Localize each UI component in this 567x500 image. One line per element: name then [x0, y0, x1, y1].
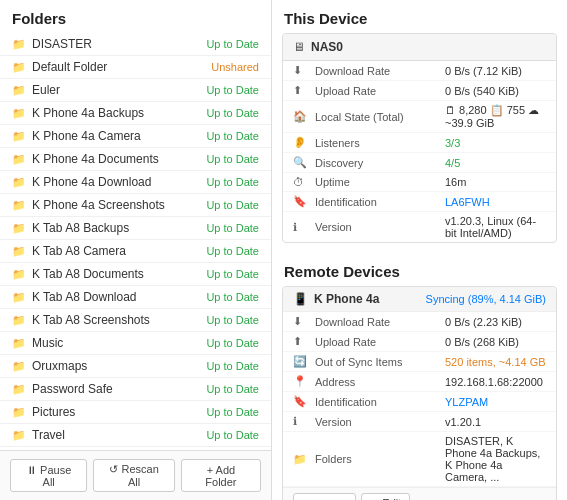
folder-status: Up to Date [206, 130, 259, 142]
row-label: Listeners [315, 137, 445, 149]
folder-name: Oruxmaps [32, 359, 206, 373]
folder-item[interactable]: 📁 Euler Up to Date [0, 79, 271, 102]
folders-title: Folders [0, 0, 271, 33]
folder-item[interactable]: 📁 K Phone 4a Backups Up to Date [0, 102, 271, 125]
device-info-row: ⬇ Download Rate 0 B/s (7.12 KiB) [283, 61, 556, 81]
row-value: 0 B/s (540 KiB) [445, 85, 546, 97]
row-label: Folders [315, 453, 445, 465]
row-icon: 🔖 [293, 395, 309, 408]
folder-name: K Phone 4a Download [32, 175, 206, 189]
this-device-card: 🖥 NAS0 ⬇ Download Rate 0 B/s (7.12 KiB) … [282, 33, 557, 243]
folder-status: Up to Date [206, 383, 259, 395]
row-label: Version [315, 416, 445, 428]
row-label: Download Rate [315, 65, 445, 77]
folder-item[interactable]: 📁 Pictures Up to Date [0, 401, 271, 424]
folder-item[interactable]: 📁 Default Folder Unshared [0, 56, 271, 79]
folder-status: Up to Date [206, 314, 259, 326]
remote-device-row: ⬆ Upload Rate 0 B/s (268 KiB) [283, 332, 556, 352]
folder-icon: 📁 [12, 406, 26, 419]
row-value: 520 items, ~4.14 GB [445, 356, 546, 368]
folder-name: K Tab A8 Documents [32, 267, 206, 281]
folder-item[interactable]: 📁 Oruxmaps Up to Date [0, 355, 271, 378]
folder-item[interactable]: 📁 Password Safe Up to Date [0, 378, 271, 401]
remote-device-row: 🔖 Identification YLZPAM [283, 392, 556, 412]
folder-name: K Phone 4a Camera [32, 129, 206, 143]
row-value: 4/5 [445, 157, 546, 169]
folder-name: DISASTER [32, 37, 206, 51]
folder-status: Up to Date [206, 360, 259, 372]
folder-icon: 📁 [12, 130, 26, 143]
folder-item[interactable]: 📁 K Tab A8 Documents Up to Date [0, 263, 271, 286]
folder-icon: 📁 [12, 61, 26, 74]
row-label: Out of Sync Items [315, 356, 445, 368]
folder-item[interactable]: 📁 K Tab A8 Screenshots Up to Date [0, 309, 271, 332]
folder-status: Unshared [211, 61, 259, 73]
row-value: LA6FWH [445, 196, 546, 208]
folder-item[interactable]: 📁 K Phone 4a Camera Up to Date [0, 125, 271, 148]
folder-icon: 📁 [12, 429, 26, 442]
row-icon: 📍 [293, 375, 309, 388]
folder-icon: 📁 [12, 84, 26, 97]
row-icon: 📁 [293, 453, 309, 466]
remote-device-row: ⬇ Download Rate 0 B/s (2.23 KiB) [283, 312, 556, 332]
folder-item[interactable]: 📁 K Phone 4a Screenshots Up to Date [0, 194, 271, 217]
folder-item[interactable]: 📁 K Tab A8 Download Up to Date [0, 286, 271, 309]
remote-device-status: Syncing (89%, 4.14 GiB) [426, 293, 546, 305]
row-label: Identification [315, 396, 445, 408]
folder-name: Default Folder [32, 60, 211, 74]
folder-name: K Phone 4a Screenshots [32, 198, 206, 212]
row-label: Uptime [315, 176, 445, 188]
folder-name: Password Safe [32, 382, 206, 396]
folder-item[interactable]: 📁 K Phone 4a Download Up to Date [0, 171, 271, 194]
folder-item[interactable]: 📁 DISASTER Up to Date [0, 33, 271, 56]
row-label: Download Rate [315, 316, 445, 328]
folder-icon: 📁 [12, 222, 26, 235]
row-label: Version [315, 221, 445, 233]
row-icon: 🏠 [293, 110, 309, 123]
add-folder-button[interactable]: + Add Folder [181, 459, 261, 492]
row-label: Identification [315, 196, 445, 208]
folder-status: Up to Date [206, 222, 259, 234]
folder-icon: 📁 [12, 314, 26, 327]
folder-item[interactable]: 📁 K Tab A8 Camera Up to Date [0, 240, 271, 263]
remote-devices-container: 📱 K Phone 4a Syncing (89%, 4.14 GiB) ⬇ D… [272, 286, 567, 500]
folder-status: Up to Date [206, 199, 259, 211]
row-value: 16m [445, 176, 546, 188]
device-info-row: 🏠 Local State (Total) 🗒 8,280 📋 755 ☁ ~3… [283, 101, 556, 133]
rescan-all-button[interactable]: ↺ Rescan All [93, 459, 174, 492]
folder-item[interactable]: 📁 K Tab A8 Backups Up to Date [0, 217, 271, 240]
device-info-row: ⏱ Uptime 16m [283, 173, 556, 192]
row-value: 192.168.1.68:22000 [445, 376, 546, 388]
folder-item[interactable]: 📁 K Phone 4a Documents Up to Date [0, 148, 271, 171]
remote-devices-title: Remote Devices [272, 253, 567, 286]
folder-status: Up to Date [206, 406, 259, 418]
device-info-row: 🔖 Identification LA6FWH [283, 192, 556, 212]
this-device-name: NAS0 [311, 40, 546, 54]
row-value: v1.20.3, Linux (64-bit Intel/AMD) [445, 215, 546, 239]
folder-status: Up to Date [206, 153, 259, 165]
device-info-row: 👂 Listeners 3/3 [283, 133, 556, 153]
row-icon: 👂 [293, 136, 309, 149]
folder-icon: 📁 [12, 245, 26, 258]
row-value: 0 B/s (7.12 KiB) [445, 65, 546, 77]
device-actions: ⏸ Pause ✏ Edit [283, 487, 556, 500]
row-icon: 🔍 [293, 156, 309, 169]
remote-device-row: 🔄 Out of Sync Items 520 items, ~4.14 GB [283, 352, 556, 372]
row-label: Address [315, 376, 445, 388]
pause-all-button[interactable]: ⏸ Pause All [10, 459, 87, 492]
folder-status: Up to Date [206, 429, 259, 441]
folder-icon: 📁 [12, 38, 26, 51]
folder-icon: 📁 [12, 268, 26, 281]
folder-status: Up to Date [206, 291, 259, 303]
row-icon: ℹ [293, 415, 309, 428]
folder-name: Music [32, 336, 206, 350]
folder-status: Up to Date [206, 245, 259, 257]
this-device-header: 🖥 NAS0 [283, 34, 556, 61]
folder-item[interactable]: 📁 Travel Up to Date [0, 424, 271, 447]
remote-device-row: ℹ Version v1.20.1 [283, 412, 556, 432]
edit-device-button[interactable]: ✏ Edit [361, 493, 410, 500]
pause-device-button[interactable]: ⏸ Pause [293, 493, 356, 500]
folder-item[interactable]: 📁 Music Up to Date [0, 332, 271, 355]
folder-name: K Tab A8 Backups [32, 221, 206, 235]
folders-panel: Folders 📁 DISASTER Up to Date 📁 Default … [0, 0, 272, 500]
